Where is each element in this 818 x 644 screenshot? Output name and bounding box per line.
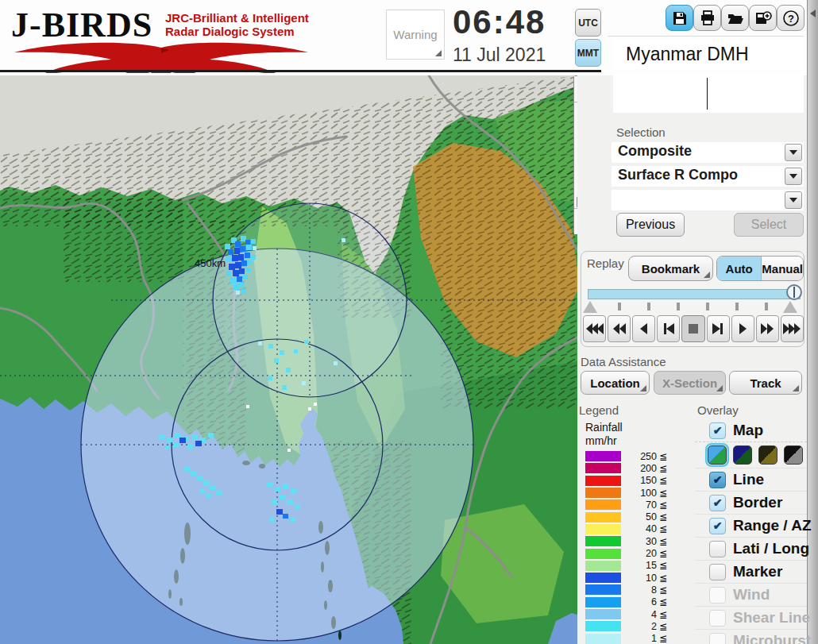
legend-row: 15≦ xyxy=(577,560,695,572)
slider-tick xyxy=(706,303,709,310)
auto-button[interactable]: Auto xyxy=(717,256,762,280)
logo-subtitle: JRC-Brilliant & Intelligent Radar Dialog… xyxy=(165,11,309,38)
legend-row: 2≦ xyxy=(577,620,695,632)
jump-start-button[interactable] xyxy=(583,315,606,342)
fast-forward-button[interactable] xyxy=(756,315,779,342)
legend-row: 250≦ xyxy=(577,450,695,462)
mmt-toggle-button[interactable]: MMT xyxy=(575,39,601,67)
step-forward-button[interactable] xyxy=(707,315,730,342)
legend-row: 1≦ xyxy=(577,632,695,644)
dropdown-extra[interactable] xyxy=(612,190,804,210)
legend-color-swatch xyxy=(585,561,621,571)
stop-button[interactable] xyxy=(681,315,704,342)
legend-row: 50≦ xyxy=(577,511,695,523)
overlay-checkbox[interactable]: ✔ xyxy=(709,472,726,488)
legend-leq-symbol: ≦ xyxy=(659,609,667,620)
legend-color-swatch xyxy=(585,573,621,583)
help-button[interactable]: ? xyxy=(777,5,804,31)
legend-value: 6 xyxy=(621,596,657,607)
open-folder-icon xyxy=(727,10,744,27)
radar-map-viewport[interactable]: 450km xyxy=(0,75,577,644)
location-button[interactable]: Location xyxy=(581,371,650,395)
bookmark-button[interactable]: Bookmark xyxy=(628,256,713,281)
legend-value: 10 xyxy=(621,573,657,584)
overlay-item-label: Map xyxy=(733,422,763,439)
legend-row: 8≦ xyxy=(577,584,695,596)
step-backward-button[interactable] xyxy=(657,315,680,342)
legend-leq-symbol: ≦ xyxy=(659,536,667,547)
slider-tick xyxy=(765,303,768,310)
overlay-item-microburst: Microburst xyxy=(695,630,807,644)
overlay-checkbox[interactable]: ✔ xyxy=(709,422,726,439)
warning-button[interactable]: Warning xyxy=(386,10,445,60)
new-window-button[interactable] xyxy=(749,5,777,31)
overlay-item-line: ✔Line xyxy=(695,469,807,492)
selection-label: Selection xyxy=(616,125,666,139)
auto-manual-toggle: Auto Manual xyxy=(716,256,804,281)
playback-controls xyxy=(583,315,804,342)
slider-end-marker[interactable] xyxy=(783,301,797,313)
overlay-item-wind: Wind xyxy=(695,584,807,607)
rainfall-legend: Rainfall mm/hr 250≦200≦150≦100≦70≦50≦40≦… xyxy=(577,421,695,644)
legend-value: 8 xyxy=(621,584,657,596)
legend-value: 4 xyxy=(621,609,657,620)
map-style-blue-green[interactable] xyxy=(708,445,727,465)
x-section-button[interactable]: X-Section xyxy=(654,371,726,395)
legend-color-swatch xyxy=(585,488,621,498)
dropdown-product[interactable]: Surface R Compo xyxy=(612,166,804,187)
utc-toggle-button[interactable]: UTC xyxy=(575,9,601,37)
dropdown-composite[interactable]: Composite xyxy=(612,142,804,163)
overlay-checkbox xyxy=(709,610,726,627)
overlay-item-marker: Marker xyxy=(695,561,807,584)
overlay-checkbox[interactable]: ✔ xyxy=(709,495,726,511)
jbirds-logo: J-BIRDS JRC-Brilliant & Intelligent Rada… xyxy=(8,3,326,71)
legend-color-swatch xyxy=(585,584,621,595)
dropdown-composite-button[interactable] xyxy=(785,144,802,161)
legend-row: 100≦ xyxy=(577,487,695,499)
replay-label: Replay xyxy=(587,256,624,270)
replay-slider-handle[interactable] xyxy=(786,284,802,300)
dropdown-extra-button[interactable] xyxy=(785,191,802,209)
overlay-checkbox[interactable] xyxy=(709,564,726,580)
legend-value: 70 xyxy=(621,499,657,511)
legend-value: 150 xyxy=(621,475,657,486)
site-selection-box[interactable] xyxy=(613,73,804,113)
warning-label: Warning xyxy=(393,28,437,41)
overlay-checkbox xyxy=(709,587,726,604)
map-style-navy-darkgreen[interactable] xyxy=(733,445,752,465)
track-button[interactable]: Track xyxy=(729,371,802,395)
overlay-item-map: ✔Map xyxy=(695,419,807,442)
legend-row: 6≦ xyxy=(577,596,695,608)
overlay-list: ✔Map✔Line✔Border✔Range / AZLati / LongMa… xyxy=(695,419,807,644)
corner-grip xyxy=(716,385,723,391)
legend-color-swatch xyxy=(585,597,621,607)
save-button[interactable] xyxy=(666,5,693,31)
dropdown-product-button[interactable] xyxy=(785,168,802,185)
overlay-checkbox[interactable] xyxy=(709,541,726,557)
legend-leq-symbol: ≦ xyxy=(659,511,667,523)
fast-rewind-button[interactable] xyxy=(608,315,631,342)
corner-grip xyxy=(793,385,799,391)
toolbar-separator xyxy=(608,36,804,37)
select-button[interactable]: Select xyxy=(734,213,804,237)
overlay-checkbox[interactable]: ✔ xyxy=(709,518,726,534)
legend-color-swatch xyxy=(585,621,621,631)
legend-row: 10≦ xyxy=(577,572,695,584)
map-style-black-olive[interactable] xyxy=(758,445,777,465)
overlay-item-label: Shear Line xyxy=(733,609,810,627)
play-forward-button[interactable] xyxy=(731,315,754,342)
open-file-button[interactable] xyxy=(721,5,749,31)
legend-value: 100 xyxy=(621,488,657,499)
site-title: Myanmar DMH xyxy=(613,40,804,69)
overlay-item-label: Marker xyxy=(733,563,782,580)
replay-slider-track[interactable] xyxy=(588,289,801,299)
previous-button[interactable]: Previous xyxy=(616,213,685,237)
slider-start-marker[interactable] xyxy=(583,301,597,313)
legend-leq-symbol: ≦ xyxy=(659,488,667,499)
map-style-black-gray[interactable] xyxy=(784,445,803,465)
legend-value: 15 xyxy=(621,560,657,571)
jump-end-button[interactable] xyxy=(781,315,804,342)
manual-button[interactable]: Manual xyxy=(762,256,803,280)
print-button[interactable] xyxy=(693,5,721,31)
play-backward-button[interactable] xyxy=(632,315,655,342)
